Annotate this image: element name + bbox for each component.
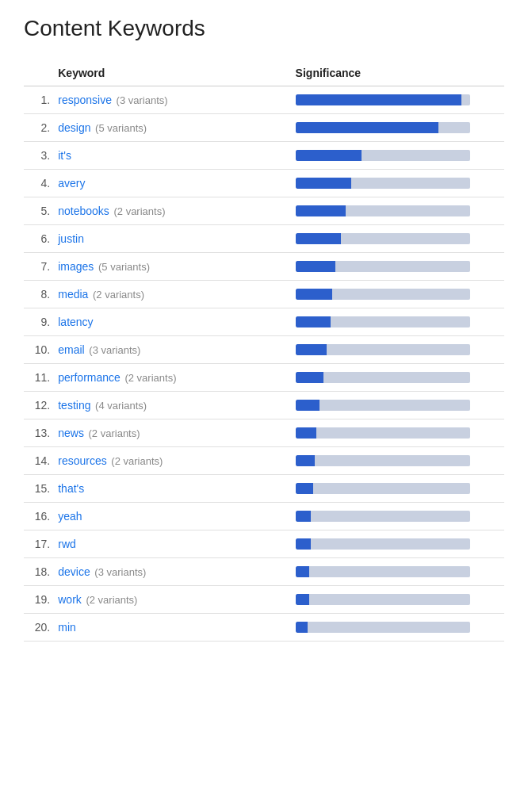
keyword-variants: (5 variants) (95, 261, 150, 273)
bar-track (296, 178, 470, 189)
table-row: 17.rwd (24, 530, 504, 558)
bar-fill (296, 233, 341, 244)
table-row: 9.latency (24, 308, 504, 336)
table-row: 18.device (3 variants) (24, 558, 504, 586)
significance-bar-cell (280, 558, 504, 586)
bar-fill (296, 150, 362, 161)
significance-bar-cell (280, 114, 504, 142)
bar-fill (296, 94, 461, 105)
keyword-variants: (3 variants) (86, 344, 141, 356)
keyword-cell: avery (55, 170, 279, 197)
keyword-cell: yeah (55, 503, 279, 530)
keyword-link[interactable]: work (58, 593, 82, 606)
keyword-link[interactable]: notebooks (58, 205, 109, 217)
keyword-link[interactable]: images (58, 260, 94, 273)
keyword-variants: (2 variants) (109, 455, 163, 467)
keyword-variants: (2 variants) (83, 594, 138, 606)
bar-fill (296, 594, 310, 605)
rank-number: 19. (24, 586, 55, 614)
keyword-cell: news (2 variants) (55, 419, 279, 447)
table-row: 15.that's (24, 475, 504, 503)
table-row: 3.it's (24, 142, 504, 170)
significance-bar-cell (280, 142, 504, 170)
keyword-cell: device (3 variants) (55, 558, 279, 586)
table-row: 1.responsive (3 variants) (24, 86, 504, 114)
bar-track (296, 289, 470, 300)
table-row: 8.media (2 variants) (24, 281, 504, 308)
keyword-variants: (2 variants) (122, 372, 177, 384)
keyword-link[interactable]: responsive (58, 94, 112, 106)
bar-fill (296, 289, 332, 300)
keyword-link[interactable]: media (58, 288, 88, 301)
rank-number: 6. (24, 225, 55, 253)
rank-number: 5. (24, 197, 55, 225)
keyword-link[interactable]: testing (58, 399, 90, 412)
bar-fill (296, 344, 327, 355)
keyword-cell: testing (4 variants) (55, 392, 279, 419)
bar-track (296, 400, 470, 411)
keyword-link[interactable]: design (58, 121, 90, 134)
col-header-significance: Significance (280, 60, 504, 86)
keyword-link[interactable]: yeah (58, 510, 82, 523)
keyword-link[interactable]: justin (58, 232, 84, 245)
keyword-link[interactable]: resources (58, 454, 106, 467)
keyword-link[interactable]: latency (58, 316, 93, 328)
significance-bar-cell (280, 419, 504, 447)
keyword-link[interactable]: news (58, 427, 84, 439)
bar-track (296, 316, 470, 327)
keyword-cell: notebooks (2 variants) (55, 197, 279, 225)
bar-track (296, 594, 470, 605)
keyword-variants: (2 variants) (111, 205, 166, 217)
keyword-cell: resources (2 variants) (55, 447, 279, 475)
table-row: 14.resources (2 variants) (24, 447, 504, 475)
col-header-keyword: Keyword (55, 60, 279, 86)
keyword-link[interactable]: performance (58, 371, 121, 384)
bar-track (296, 372, 470, 383)
keyword-link[interactable]: email (58, 343, 84, 356)
significance-bar-cell (280, 475, 504, 503)
rank-number: 1. (24, 86, 55, 114)
keyword-variants: (3 variants) (113, 94, 168, 106)
bar-fill (296, 622, 308, 633)
bar-fill (296, 205, 346, 216)
bar-fill (296, 122, 438, 133)
table-row: 10.email (3 variants) (24, 336, 504, 364)
bar-track (296, 622, 470, 633)
keyword-link[interactable]: min (58, 621, 76, 634)
table-row: 20.min (24, 614, 504, 642)
keyword-cell: it's (55, 142, 279, 170)
rank-number: 10. (24, 336, 55, 364)
significance-bar-cell (280, 197, 504, 225)
bar-fill (296, 427, 316, 439)
bar-track (296, 511, 470, 522)
bar-track (296, 122, 470, 133)
table-row: 13.news (2 variants) (24, 419, 504, 447)
keyword-link[interactable]: that's (58, 482, 84, 495)
bar-track (296, 150, 470, 161)
keyword-variants: (3 variants) (92, 566, 147, 578)
keyword-cell: email (3 variants) (55, 336, 279, 364)
bar-fill (296, 178, 351, 189)
keyword-variants: (5 variants) (93, 122, 147, 134)
significance-bar-cell (280, 225, 504, 253)
keyword-variants: (2 variants) (86, 427, 140, 439)
keyword-cell: that's (55, 475, 279, 503)
rank-number: 12. (24, 392, 55, 419)
keyword-cell: work (2 variants) (55, 586, 279, 614)
bar-fill (296, 483, 313, 494)
keyword-cell: design (5 variants) (55, 114, 279, 142)
keyword-link[interactable]: device (58, 565, 90, 578)
keyword-link[interactable]: avery (58, 177, 85, 190)
bar-fill (296, 372, 323, 383)
significance-bar-cell (280, 170, 504, 197)
bar-fill (296, 316, 331, 327)
rank-number: 3. (24, 142, 55, 170)
keyword-link[interactable]: rwd (58, 538, 76, 550)
bar-fill (296, 538, 312, 550)
significance-bar-cell (280, 392, 504, 419)
keyword-link[interactable]: it's (58, 149, 71, 162)
keyword-cell: justin (55, 225, 279, 253)
bar-fill (296, 261, 336, 272)
keywords-table: Keyword Significance 1.responsive (3 var… (24, 60, 504, 642)
bar-fill (296, 566, 310, 577)
